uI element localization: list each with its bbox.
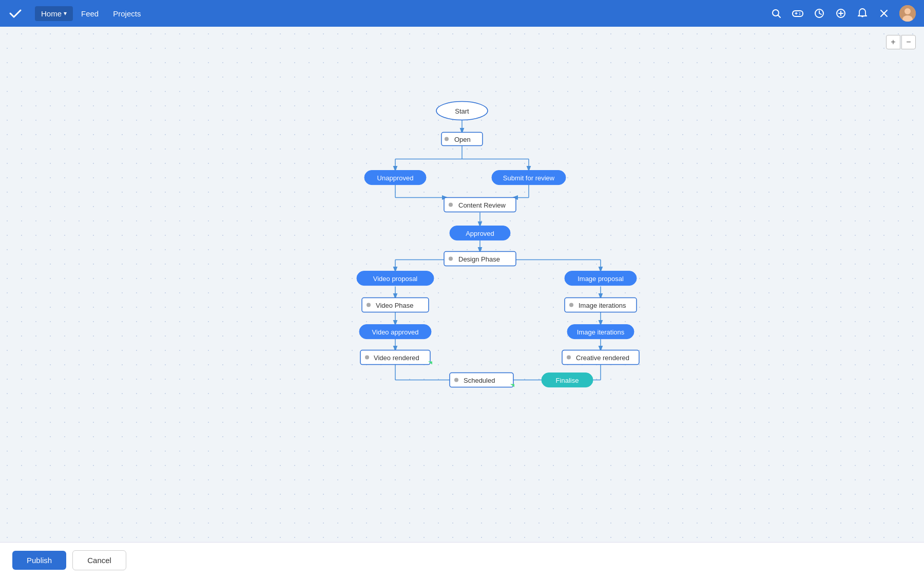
svg-line-1	[778, 15, 781, 18]
video-rendered-label: Video rendered	[374, 353, 419, 361]
nav-right	[770, 5, 916, 22]
submit-for-review-label: Submit for review	[503, 174, 555, 181]
nav-items: Home ▾ Feed Projects	[35, 6, 147, 21]
finalise-label: Finalise	[556, 376, 579, 384]
image-proposal-label: Image proposal	[578, 274, 624, 282]
nav-item-projects[interactable]: Projects	[107, 6, 147, 21]
flowchart-diagram: Start Open Unapproved Submit for review …	[262, 92, 662, 462]
svg-point-48	[445, 137, 449, 141]
wrench-icon[interactable]	[878, 7, 890, 20]
search-icon[interactable]	[770, 7, 782, 20]
scheduled-label: Scheduled	[464, 376, 495, 384]
svg-point-52	[449, 202, 453, 207]
zoom-in-button[interactable]: +	[886, 35, 900, 49]
flowchart-canvas: + −	[0, 27, 924, 542]
svg-rect-2	[793, 11, 803, 16]
add-icon[interactable]	[835, 7, 847, 20]
svg-point-15	[904, 8, 911, 14]
design-phase-label: Design Phase	[458, 255, 500, 263]
svg-point-65	[365, 355, 369, 359]
video-proposal-label: Video proposal	[373, 274, 418, 282]
approved-label: Approved	[466, 229, 494, 237]
zoom-controls: + −	[886, 35, 916, 49]
navbar: Home ▾ Feed Projects	[0, 0, 924, 27]
svg-point-55	[449, 256, 453, 260]
start-label: Start	[455, 107, 469, 115]
image-iterations-1-label: Image iterations	[579, 301, 626, 309]
avatar[interactable]	[899, 5, 916, 22]
app-logo[interactable]	[8, 6, 23, 21]
bell-icon[interactable]	[856, 7, 869, 20]
svg-point-6	[799, 14, 800, 15]
cancel-button[interactable]: Cancel	[72, 550, 126, 570]
gamepad-icon[interactable]	[792, 7, 804, 20]
footer: Publish Cancel	[0, 542, 924, 578]
svg-point-70	[454, 378, 458, 382]
svg-point-68	[567, 355, 571, 359]
svg-point-59	[367, 303, 371, 307]
publish-button[interactable]: Publish	[12, 551, 66, 570]
image-iterations-2-label: Image iterations	[577, 328, 625, 335]
content-review-label: Content Review	[458, 201, 506, 209]
unapproved-label: Unapproved	[377, 174, 414, 181]
creative-rendered-label: Creative rendered	[576, 353, 629, 361]
nav-item-feed[interactable]: Feed	[75, 6, 105, 21]
svg-point-61	[569, 303, 573, 307]
open-label: Open	[454, 135, 471, 143]
video-phase-label: Video Phase	[376, 301, 414, 309]
video-approved-label: Video approved	[372, 328, 419, 335]
zoom-out-button[interactable]: −	[901, 35, 916, 49]
svg-point-5	[799, 12, 800, 13]
home-dropdown-arrow: ▾	[64, 10, 67, 17]
clock-icon[interactable]	[813, 7, 825, 20]
nav-item-home[interactable]: Home ▾	[35, 6, 73, 21]
